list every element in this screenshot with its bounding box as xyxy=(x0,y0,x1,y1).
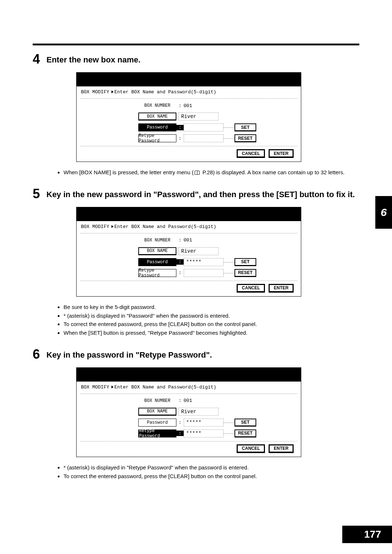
step-title: Key in the password in "Retype Password"… xyxy=(46,348,212,360)
panel-instruction: BOX MODIFYEnter BOX Name and Password(5-… xyxy=(80,223,297,233)
triangle-icon xyxy=(111,90,114,93)
box-name-button[interactable]: BOX NAME xyxy=(138,247,176,255)
box-number-label: BOX NUMBER xyxy=(138,236,176,244)
chapter-tab: 6 xyxy=(375,196,392,229)
set-button[interactable]: SET xyxy=(234,123,256,131)
box-name-button[interactable]: BOX NAME xyxy=(138,408,176,416)
reset-button[interactable]: RESET xyxy=(234,429,256,437)
cancel-button[interactable]: CANCEL xyxy=(237,284,265,293)
cancel-button[interactable]: CANCEL xyxy=(237,149,265,158)
note-item: When the [SET] button is pressed, "Retyp… xyxy=(64,329,359,337)
screen-panel: BOX MODIFYEnter BOX Name and Password(5-… xyxy=(76,207,301,297)
password-label: Password xyxy=(138,258,176,266)
password-value[interactable]: ***** xyxy=(184,419,224,427)
box-name-value: River xyxy=(179,408,219,416)
box-name-value: River xyxy=(179,247,219,255)
retype-label: Retype Password xyxy=(138,134,176,142)
retype-label: Retype Password xyxy=(138,269,176,277)
note-item: * (asterisk) is displayed in "Password" … xyxy=(64,312,359,320)
box-number-value: 001 xyxy=(184,398,192,403)
note-item: When [BOX NAME] is pressed, the letter e… xyxy=(64,168,359,176)
step-notes: * (asterisk) is displayed in "Retype Pas… xyxy=(33,464,359,480)
panel-title-bar xyxy=(77,207,301,221)
step-number: 6 xyxy=(33,348,44,361)
box-name-value: River xyxy=(179,113,219,121)
step-5: 5 Key in the new password in "Password",… xyxy=(33,187,359,337)
set-button[interactable]: SET xyxy=(234,419,256,427)
panel-title-bar xyxy=(77,73,301,86)
box-number-label: BOX NUMBER xyxy=(138,102,176,110)
triangle-icon xyxy=(111,225,114,228)
step-notes: Be sure to key in the 5-digit password. … xyxy=(33,303,359,337)
step-number: 4 xyxy=(33,53,44,66)
password-value[interactable] xyxy=(184,123,224,131)
screen-panel: BOX MODIFYEnter BOX Name and Password(5-… xyxy=(76,367,301,457)
step-number: 5 xyxy=(33,187,44,200)
screen-panel: BOX MODIFYEnter BOX Name and Password(5-… xyxy=(76,72,301,162)
panel-title-bar xyxy=(77,368,301,382)
step-6: 6 Key in the password in "Retype Passwor… xyxy=(33,348,359,480)
note-item: Be sure to key in the 5-digit password. xyxy=(64,303,359,311)
retype-value[interactable]: ***** xyxy=(184,429,224,437)
note-item: * (asterisk) is displayed in "Retype Pas… xyxy=(64,464,359,472)
cancel-button[interactable]: CANCEL xyxy=(237,444,265,453)
step-title: Key in the new password in "Password", a… xyxy=(46,187,355,200)
panel-instruction: BOX MODIFYEnter BOX Name and Password(5-… xyxy=(80,89,297,98)
note-item: To correct the entered password, press t… xyxy=(64,472,359,480)
set-button[interactable]: SET xyxy=(234,258,256,266)
step-notes: When [BOX NAME] is pressed, the letter e… xyxy=(33,168,359,176)
step-title: Enter the new box name. xyxy=(46,53,140,65)
reset-button[interactable]: RESET xyxy=(234,134,256,142)
box-number-label: BOX NUMBER xyxy=(138,397,176,405)
retype-value[interactable] xyxy=(184,269,224,277)
box-number-value: 001 xyxy=(184,103,192,109)
retype-value[interactable] xyxy=(184,134,224,142)
box-name-button[interactable]: BOX NAME xyxy=(138,113,176,121)
triangle-icon xyxy=(111,386,114,388)
enter-button[interactable]: ENTER xyxy=(269,284,294,293)
book-icon xyxy=(195,171,200,175)
panel-instruction: BOX MODIFYEnter BOX Name and Password(5-… xyxy=(80,384,297,394)
password-label: Password xyxy=(138,419,176,427)
page-number: 177 xyxy=(342,526,392,543)
password-value[interactable]: ***** xyxy=(184,258,224,266)
retype-label: Retype Password xyxy=(138,429,176,437)
box-number-value: 001 xyxy=(184,237,192,243)
password-label: Password xyxy=(138,123,176,131)
enter-button[interactable]: ENTER xyxy=(269,149,294,158)
enter-button[interactable]: ENTER xyxy=(269,444,294,453)
note-item: To correct the entered password, press t… xyxy=(64,320,359,328)
reset-button[interactable]: RESET xyxy=(234,269,256,277)
step-4: 4 Enter the new box name. BOX MODIFYEnte… xyxy=(33,53,359,176)
